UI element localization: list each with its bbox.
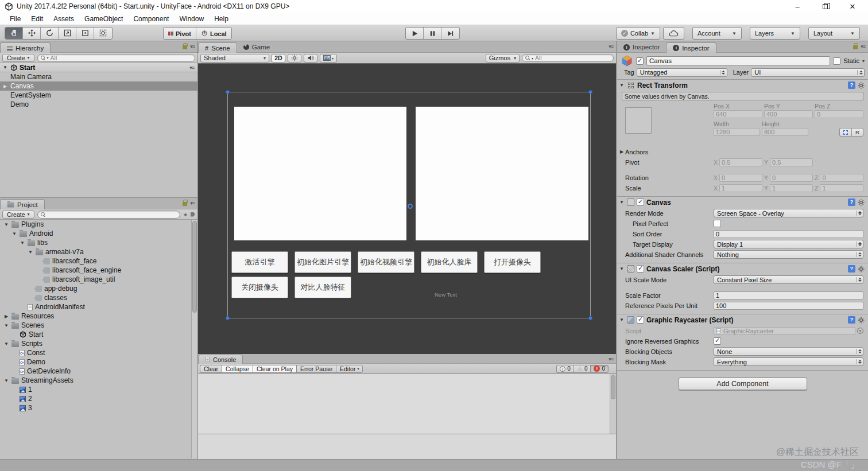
help-icon[interactable]: ?: [848, 265, 855, 273]
project-item-const[interactable]: Const: [0, 348, 197, 357]
console-error-pause-button[interactable]: Error Pause: [296, 365, 336, 373]
scale-z-field[interactable]: 1: [820, 184, 863, 192]
selection-handle-bottom-left[interactable]: [226, 316, 230, 320]
panel-menu-icon[interactable]: ▾≡: [861, 44, 865, 49]
layer-dropdown[interactable]: UI: [751, 68, 865, 77]
console-log-area[interactable]: [198, 374, 616, 434]
sort-order-field[interactable]: 0: [714, 230, 863, 238]
console-clear-on-play-button[interactable]: Clear on Play: [253, 365, 296, 373]
pivot-y-field[interactable]: 0.5: [770, 158, 813, 166]
error-count-toggle[interactable]: ! 0: [590, 365, 609, 373]
static-dropdown-icon[interactable]: ▾: [862, 59, 865, 64]
pivot-x-field[interactable]: 0.5: [719, 158, 762, 166]
expand-arrow-icon[interactable]: ▼: [3, 341, 9, 347]
scale-x-field[interactable]: 1: [719, 184, 762, 192]
active-checkbox[interactable]: [636, 57, 644, 65]
menu-help[interactable]: Help: [209, 14, 234, 24]
play-button[interactable]: [406, 28, 424, 39]
rotate-tool-button[interactable]: [41, 28, 59, 39]
ui-image-panel-left[interactable]: [234, 107, 406, 240]
warning-count-toggle[interactable]: 0: [574, 365, 591, 373]
canvas-enabled-checkbox[interactable]: [637, 198, 644, 206]
rotation-x-field[interactable]: 0: [719, 174, 762, 182]
effects-dropdown-button[interactable]: ▾: [320, 54, 337, 63]
tab-console[interactable]: Console: [198, 355, 243, 364]
selection-handle-top-right[interactable]: [588, 90, 592, 94]
tag-dropdown[interactable]: Untagged: [637, 68, 727, 77]
expand-arrow-icon[interactable]: ▼: [3, 222, 9, 227]
layers-dropdown[interactable]: Layers▼: [750, 27, 800, 40]
expand-arrow-icon[interactable]: ▼: [2, 65, 8, 70]
menu-assets[interactable]: Assets: [48, 14, 79, 24]
hierarchy-item-main-camera[interactable]: Main Camera: [0, 72, 197, 81]
project-scrollbar[interactable]: [191, 220, 197, 458]
scale-tool-button[interactable]: [59, 28, 76, 39]
tab-scene[interactable]: # Scene: [198, 42, 237, 53]
script-object-field[interactable]: GraphicRaycaster: [714, 327, 855, 335]
canvas-scaler-header[interactable]: ▼ Canvas Scaler (Script) ?: [617, 263, 868, 274]
ui-button-item[interactable]: 初始化图片引擎: [294, 251, 351, 273]
project-item-resources[interactable]: ▶Resources: [0, 312, 197, 321]
project-item-scripts[interactable]: ▼Scripts: [0, 339, 197, 348]
expand-arrow-icon[interactable]: ▼: [619, 266, 625, 271]
gameobject-name-field[interactable]: Canvas: [646, 56, 830, 65]
add-component-button[interactable]: Add Component: [679, 377, 807, 390]
ui-image-panel-right[interactable]: [416, 107, 588, 240]
project-item-getdeviceinfo[interactable]: GetDeviceInfo: [0, 367, 197, 376]
tab-inspector-secondary[interactable]: i Inspector: [617, 42, 666, 52]
hierarchy-item-demo[interactable]: Demo: [0, 100, 197, 109]
project-create-button[interactable]: Create▾: [2, 211, 34, 219]
cloud-button[interactable]: [663, 27, 684, 40]
hierarchy-create-button[interactable]: Create▾: [2, 54, 34, 62]
project-item-armeabi-v7a[interactable]: ▼armeabi-v7a: [0, 247, 197, 256]
project-item-libs[interactable]: ▼libs: [0, 238, 197, 247]
project-item-libarcsoft-image-util[interactable]: libarcsoft_image_util: [0, 275, 197, 284]
menu-gameobject[interactable]: GameObject: [79, 14, 128, 24]
render-mode-dropdown[interactable]: Screen Space - Overlay: [714, 209, 863, 217]
hierarchy-scene-row[interactable]: ▼ Start ▾≡: [0, 63, 197, 72]
project-item-scenes[interactable]: ▼Scenes: [0, 321, 197, 330]
menu-component[interactable]: Component: [128, 14, 174, 24]
account-dropdown[interactable]: Account▼: [692, 27, 742, 40]
project-item-plugins[interactable]: ▼Plugins: [0, 220, 197, 229]
local-toggle-button[interactable]: Local: [196, 28, 231, 40]
expand-arrow-icon[interactable]: ▼: [28, 250, 33, 255]
ignore-reversed-checkbox[interactable]: [714, 337, 721, 345]
expand-arrow-icon[interactable]: ▶: [3, 314, 9, 319]
panel-menu-icon[interactable]: ▾≡: [190, 44, 195, 49]
pixel-perfect-checkbox[interactable]: [714, 220, 721, 227]
expand-arrow-icon[interactable]: ▼: [619, 83, 625, 88]
lock-icon[interactable]: [853, 45, 858, 49]
ui-button-item[interactable]: 初始化视频引擎: [358, 251, 414, 273]
project-item-2[interactable]: 2: [0, 394, 197, 403]
close-button[interactable]: ✕: [848, 2, 857, 11]
project-item-1[interactable]: 1: [0, 385, 197, 394]
anchors-row[interactable]: ▶ Anchors: [617, 147, 868, 157]
ui-button-item[interactable]: 初始化人脸库: [421, 251, 478, 273]
panel-menu-icon[interactable]: ▾≡: [609, 356, 613, 362]
gizmos-dropdown[interactable]: Gizmos ▾: [486, 54, 520, 63]
project-item-app-debug[interactable]: app-debug: [0, 284, 197, 293]
favorites-star-icon[interactable]: ★: [183, 212, 188, 217]
graphic-raycaster-enabled-checkbox[interactable]: [637, 316, 644, 324]
gear-icon[interactable]: [858, 266, 865, 273]
gear-icon[interactable]: [858, 317, 865, 324]
help-icon[interactable]: ?: [848, 316, 855, 324]
scene-viewport[interactable]: 激活引擎初始化图片引擎初始化视频引擎初始化人脸库打开摄像头 关闭摄像头对比人脸特…: [198, 64, 616, 354]
scene-search-input[interactable]: ▾ All: [522, 54, 614, 62]
rotation-y-field[interactable]: 0: [770, 174, 813, 182]
expand-arrow-icon[interactable]: ▼: [3, 323, 9, 328]
console-collapse-button[interactable]: Collapse: [222, 365, 253, 373]
panel-menu-icon[interactable]: ▾≡: [609, 44, 613, 49]
ui-button-item[interactable]: 关闭摄像头: [231, 277, 288, 298]
selection-handle-bottom-right[interactable]: [588, 316, 592, 320]
expand-arrow-icon[interactable]: ▼: [619, 317, 625, 322]
hierarchy-item-eventsystem[interactable]: EventSystem: [0, 91, 197, 100]
expand-arrow-icon[interactable]: ▼: [619, 200, 625, 205]
draw-mode-dropdown[interactable]: Shaded ▾: [200, 54, 269, 63]
pause-button[interactable]: [424, 28, 441, 39]
help-icon[interactable]: ?: [848, 198, 855, 206]
step-button[interactable]: [441, 28, 459, 39]
expand-arrow-icon[interactable]: ▼: [3, 378, 9, 383]
lock-icon[interactable]: [183, 45, 187, 49]
